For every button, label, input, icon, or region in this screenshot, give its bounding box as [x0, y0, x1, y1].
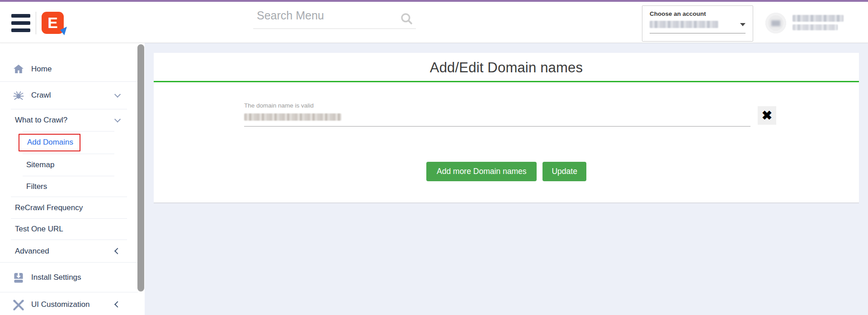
- sidebar-item-label: Advanced: [15, 247, 49, 256]
- search-icon[interactable]: [400, 12, 414, 26]
- sidebar-item-what-to-crawl[interactable]: What to Crawl?: [0, 109, 138, 131]
- sidebar-item-label: What to Crawl?: [15, 116, 67, 125]
- green-divider: [154, 81, 859, 82]
- search-menu-field: [253, 6, 416, 29]
- domain-status-label: The domain name is valid: [244, 102, 750, 109]
- domain-value-redacted: [244, 113, 341, 121]
- sidebar: Home Crawl What to Crawl?: [0, 43, 145, 315]
- user-avatar[interactable]: [765, 13, 786, 33]
- sidebar-item-recrawl-frequency[interactable]: ReCrawl Frequency: [0, 197, 138, 218]
- caret-down-icon: [740, 23, 745, 26]
- red-annotation-box: Add Domains: [19, 134, 80, 151]
- action-buttons-row: Add more Domain names Update: [154, 162, 859, 181]
- sidebar-item-label: Filters: [26, 182, 47, 191]
- user-name-redacted: [793, 15, 844, 22]
- page-title: Add/Edit Domain names: [154, 60, 859, 76]
- topbar-divider: [36, 12, 36, 34]
- avatar-redacted: [771, 20, 780, 26]
- topbar: E Choose an account: [0, 0, 868, 43]
- sidebar-item-label: Install Settings: [31, 273, 81, 282]
- sidebar-item-test-one-url[interactable]: Test One URL: [0, 219, 138, 240]
- hamburger-bar: [11, 28, 30, 32]
- chevron-down-icon: [114, 91, 121, 98]
- choose-account-dropdown[interactable]: Choose an account: [642, 5, 753, 42]
- hamburger-menu-icon[interactable]: [11, 14, 30, 32]
- chevron-down-icon: [114, 116, 121, 122]
- user-email-redacted: [793, 24, 838, 30]
- sidebar-item-sitemap[interactable]: Sitemap: [0, 154, 138, 176]
- sidebar-scrollbar[interactable]: [137, 44, 144, 291]
- choose-account-label: Choose an account: [650, 10, 745, 17]
- ui-customization-icon: [12, 299, 25, 310]
- account-value-redacted: [650, 21, 718, 28]
- sidebar-item-crawl[interactable]: Crawl: [0, 82, 138, 109]
- sidebar-item-label: Home: [31, 65, 52, 74]
- add-more-domains-button[interactable]: Add more Domain names: [426, 162, 537, 181]
- add-edit-domains-panel: Add/Edit Domain names The domain name is…: [154, 53, 859, 203]
- sidebar-item-install-settings[interactable]: Install Settings: [0, 263, 138, 292]
- expertrec-logo[interactable]: E: [42, 12, 64, 34]
- home-icon: [12, 63, 25, 75]
- search-input[interactable]: [253, 6, 416, 29]
- account-underline: [650, 33, 745, 33]
- sidebar-item-label: Crawl: [31, 91, 51, 100]
- logo-letter: E: [47, 15, 58, 30]
- domain-input-field[interactable]: The domain name is valid: [244, 102, 750, 127]
- sidebar-item-label: UI Customization: [31, 300, 90, 309]
- remove-domain-button[interactable]: ✖: [758, 106, 776, 125]
- install-settings-icon: [12, 272, 25, 283]
- app-frame: E Choose an account: [0, 0, 868, 315]
- hamburger-bar: [11, 14, 30, 18]
- sidebar-item-label: Sitemap: [26, 160, 54, 169]
- sidebar-item-filters[interactable]: Filters: [0, 176, 138, 197]
- account-value-row: [650, 21, 745, 28]
- sidebar-item-label: ReCrawl Frequency: [15, 203, 83, 212]
- chevron-left-icon: [114, 248, 121, 254]
- sidebar-item-home[interactable]: Home: [0, 56, 138, 81]
- sidebar-item-label: Add Domains: [27, 138, 73, 146]
- sidebar-item-advanced[interactable]: Advanced: [0, 240, 138, 262]
- spider-icon: [12, 89, 25, 101]
- sidebar-item-label: Test One URL: [15, 225, 63, 234]
- hamburger-bar: [11, 21, 30, 25]
- logo-cursor-icon: [60, 27, 67, 35]
- sidebar-item-ui-customization[interactable]: UI Customization: [0, 292, 138, 315]
- sidebar-item-add-domains[interactable]: Add Domains: [0, 132, 138, 154]
- update-button[interactable]: Update: [542, 162, 586, 181]
- chevron-left-icon: [114, 301, 121, 307]
